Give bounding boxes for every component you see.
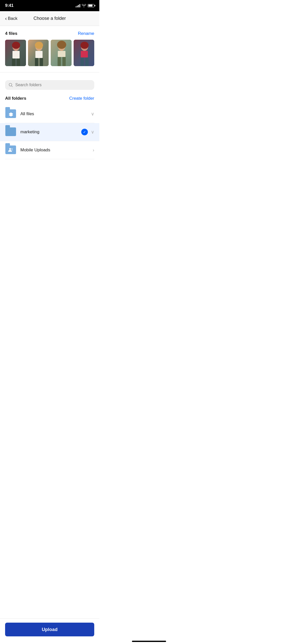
folder-actions-marketing: ✓ ∨ [81, 129, 94, 135]
folder-actions-all-files: ∨ [91, 111, 94, 117]
chevron-down-icon-all-files: ∨ [91, 111, 94, 117]
thumbnail-3 [51, 40, 72, 66]
folder-shape-plain [5, 127, 16, 136]
wifi-icon [82, 4, 86, 7]
search-section [0, 76, 99, 92]
svg-rect-12 [40, 58, 43, 66]
all-folders-label: All folders [5, 96, 26, 101]
chevron-right-icon-mobile-uploads: › [93, 148, 94, 153]
folders-header: All folders Create folder [5, 96, 94, 101]
svg-rect-26 [85, 57, 89, 66]
svg-rect-18 [58, 57, 61, 66]
status-icons [76, 4, 94, 7]
svg-rect-24 [81, 51, 88, 57]
check-circle-icon: ✓ [81, 129, 88, 135]
folder-actions-mobile-uploads: › [93, 148, 94, 153]
back-chevron-icon: ‹ [5, 16, 7, 21]
svg-rect-17 [58, 51, 65, 57]
svg-point-6 [12, 42, 20, 49]
thumbnail-1 [5, 40, 26, 66]
signal-icon [76, 4, 80, 7]
folder-name-all-files: All files [20, 111, 91, 116]
back-label: Back [8, 16, 18, 21]
search-bar[interactable] [5, 80, 94, 90]
svg-point-27 [80, 42, 89, 49]
svg-rect-19 [62, 57, 66, 66]
thumbnail-4 [74, 40, 94, 66]
rename-button[interactable]: Rename [78, 31, 94, 36]
svg-rect-3 [12, 51, 20, 58]
svg-point-13 [35, 42, 43, 49]
files-section: 4 files Rename [0, 26, 99, 69]
svg-rect-4 [12, 58, 15, 66]
battery-icon [88, 4, 94, 7]
thumbnails-row [5, 40, 94, 66]
folder-list: All files ∨ marketing ✓ ∨ [5, 105, 94, 159]
files-count: 4 files [5, 31, 17, 36]
folder-icon-marketing [5, 127, 17, 137]
status-time: 9:41 [5, 3, 13, 8]
folder-name-mobile-uploads: Mobile Uploads [20, 148, 93, 153]
create-folder-button[interactable]: Create folder [69, 96, 94, 101]
nav-bar: ‹ Back Choose a folder [0, 11, 99, 26]
folder-icon-mobile-uploads [5, 145, 17, 155]
back-button[interactable]: ‹ Back [5, 16, 17, 21]
files-header: 4 files Rename [5, 31, 94, 36]
folder-item-mobile-uploads[interactable]: Mobile Uploads › [5, 141, 94, 159]
folder-icon-all-files [5, 109, 17, 119]
search-input[interactable] [15, 83, 91, 87]
folders-section: All folders Create folder [0, 92, 99, 159]
svg-point-33 [11, 148, 13, 150]
svg-point-20 [57, 41, 66, 49]
svg-point-32 [9, 148, 11, 150]
status-bar: 9:41 [0, 0, 99, 11]
folder-name-marketing: marketing [20, 129, 81, 135]
divider-1 [0, 72, 99, 72]
svg-marker-31 [9, 114, 13, 116]
page-title: Choose a folder [33, 16, 66, 21]
folder-item-all-files[interactable]: All files ∨ [5, 105, 94, 123]
svg-line-29 [11, 86, 12, 87]
svg-rect-11 [35, 58, 38, 66]
svg-rect-5 [17, 58, 20, 66]
thumbnail-2 [28, 40, 49, 66]
search-icon [9, 83, 13, 87]
svg-rect-10 [35, 51, 43, 58]
folder-shape-people [5, 145, 16, 154]
svg-rect-25 [80, 57, 84, 66]
chevron-down-icon-marketing: ∨ [91, 129, 94, 135]
folder-item-marketing[interactable]: marketing ✓ ∨ [0, 123, 99, 141]
